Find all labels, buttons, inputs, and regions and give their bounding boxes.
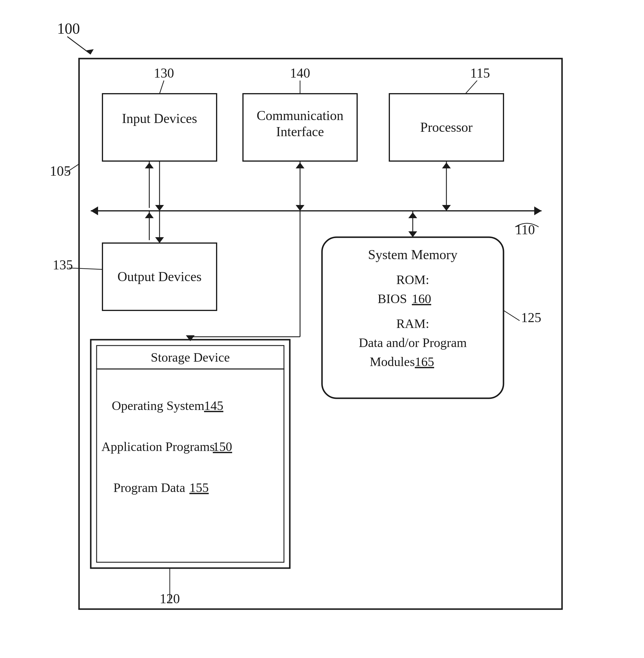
diagram-container: 100 105 Input Devices 130 Communication … xyxy=(0,0,644,658)
label-135: 135 xyxy=(53,257,73,272)
svg-marker-7 xyxy=(534,206,542,215)
label-110: 110 xyxy=(515,222,535,237)
modules-ref: 165 xyxy=(415,355,434,369)
figure-label: 100 xyxy=(57,20,80,37)
svg-marker-20 xyxy=(155,237,164,243)
svg-marker-13 xyxy=(296,205,304,211)
output-devices-label: Output Devices xyxy=(117,269,201,284)
svg-marker-16 xyxy=(442,205,451,211)
ram-desc: Data and/or Program xyxy=(359,336,467,350)
input-devices-label: Input Devices xyxy=(122,111,197,126)
comm-label-1: Communication xyxy=(257,108,343,123)
bios-ref: 160 xyxy=(412,292,431,306)
app-label: Application Programs xyxy=(101,439,214,454)
svg-marker-26 xyxy=(408,212,417,218)
svg-marker-25 xyxy=(408,231,417,237)
app-ref: 150 xyxy=(213,439,232,454)
prog-data-label: Program Data xyxy=(113,480,185,495)
prog-data-ref: 155 xyxy=(189,480,209,495)
svg-marker-6 xyxy=(91,206,98,215)
svg-line-18 xyxy=(69,268,102,269)
label-115: 115 xyxy=(470,66,490,81)
svg-marker-11 xyxy=(145,162,154,168)
svg-marker-22 xyxy=(145,212,154,218)
rom-label: ROM: xyxy=(396,273,429,287)
svg-line-23 xyxy=(504,311,520,321)
processor-label: Processor xyxy=(420,120,473,135)
storage-label: Storage Device xyxy=(151,350,230,365)
comm-label-2: Interface xyxy=(276,124,324,139)
storage-outer-box xyxy=(91,340,290,568)
os-ref: 145 xyxy=(204,399,223,413)
storage-content-box xyxy=(97,369,284,562)
label-130: 130 xyxy=(154,66,174,81)
svg-marker-17 xyxy=(442,162,451,168)
svg-marker-14 xyxy=(296,162,304,168)
ram-label: RAM: xyxy=(396,317,429,331)
main-box xyxy=(79,59,562,609)
svg-line-3 xyxy=(160,81,164,94)
label-140: 140 xyxy=(290,66,310,81)
input-devices-box xyxy=(102,94,216,161)
label-105: 105 xyxy=(50,163,71,179)
label-125: 125 xyxy=(521,310,541,325)
modules-label: Modules xyxy=(370,355,415,369)
svg-line-5 xyxy=(465,81,477,94)
os-label: Operating System xyxy=(112,399,205,413)
svg-line-0 xyxy=(67,37,91,54)
bios-label: BIOS xyxy=(377,292,407,306)
system-memory-label: System Memory xyxy=(368,247,457,262)
svg-marker-9 xyxy=(155,205,164,211)
